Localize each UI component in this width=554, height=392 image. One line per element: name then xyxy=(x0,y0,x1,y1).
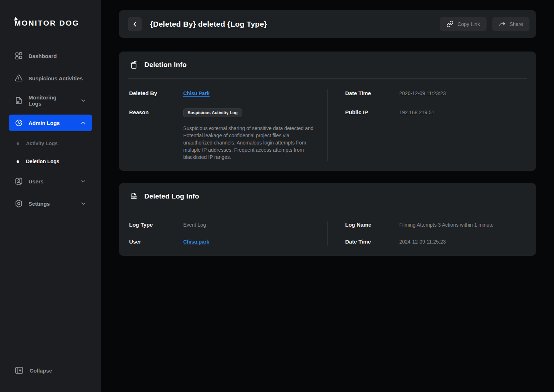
sidebar-subitem-label: Activity Logs xyxy=(26,141,58,146)
page-header: {Deleted By} deleted {Log Type} Copy Lin… xyxy=(119,10,536,38)
deleted-log-info-card: Deleted Log Info Log Type Event Log User… xyxy=(119,183,536,256)
chevron-down-icon xyxy=(80,200,87,207)
log-name-value: Filming Attempts 3 Actions within 1 minu… xyxy=(399,221,493,229)
sidebar-item-suspicious-activities[interactable]: Suspicious Activities xyxy=(9,70,92,86)
bullet-dot-icon xyxy=(17,160,19,163)
sidebar-item-users[interactable]: Users xyxy=(9,173,92,190)
reason-description: Suspicious external sharing of sensitive… xyxy=(183,125,315,161)
link-icon xyxy=(447,21,453,27)
field-date-time: Date Time 2026-12-09 11:23:23 xyxy=(345,89,526,97)
sidebar-item-monitoring-logs[interactable]: Monitoring Logs xyxy=(9,92,92,109)
shredder-icon xyxy=(129,192,138,201)
field-label: Date Time xyxy=(345,238,399,246)
log-type-value: Event Log xyxy=(183,221,206,229)
deletion-info-body: Deleted By Chisu Park Reason Suspicious … xyxy=(128,79,527,171)
brand-logo: MONITOR DOG xyxy=(14,19,101,27)
field-public-ip: Public IP 192.168.219.51 xyxy=(345,108,526,116)
main-content: {Deleted By} deleted {Log Type} Copy Lin… xyxy=(101,0,554,392)
deleted-by-user-link[interactable]: Chisu Park xyxy=(183,89,210,97)
share-label: Share xyxy=(510,21,523,27)
sidebar-item-label: Monitoring Logs xyxy=(28,94,69,107)
sidebar-item-label: Settings xyxy=(28,201,50,207)
field-log-type: Log Type Event Log xyxy=(129,221,326,229)
brand-logo-text: MONITOR DOG xyxy=(14,19,79,27)
share-button[interactable]: Share xyxy=(492,17,529,31)
card-title: Deletion Info xyxy=(144,61,187,69)
document-icon xyxy=(14,96,23,105)
field-label: Reason xyxy=(129,108,183,116)
card-title: Deleted Log Info xyxy=(144,192,199,200)
deleted-log-info-header: Deleted Log Info xyxy=(128,183,527,210)
sidebar-subitem-label: Deletion Logs xyxy=(26,159,60,164)
page-title: {Deleted By} deleted {Log Type} xyxy=(150,20,267,28)
chevron-left-icon xyxy=(131,20,139,28)
sidebar-item-activity-logs[interactable]: Activity Logs xyxy=(9,137,92,150)
app-window: MONITOR DOG Dashboard Suspicious Activit… xyxy=(0,0,554,392)
field-reason: Reason Suspicious Activitiy Log Suspicio… xyxy=(129,108,326,161)
public-ip-value: 192.168.219.51 xyxy=(399,108,434,116)
deleted-log-info-body: Log Type Event Log User Chisu.park Log N… xyxy=(128,210,527,256)
field-deleted-by: Deleted By Chisu Park xyxy=(129,89,326,97)
field-label: Deleted By xyxy=(129,89,183,97)
field-label: Log Name xyxy=(345,221,399,229)
log-date-time-value: 2024-12-09 11:25:23 xyxy=(399,238,446,246)
field-label: Log Type xyxy=(129,221,183,229)
field-log-date-time: Date Time 2024-12-09 11:25:23 xyxy=(345,238,526,246)
collapse-panel-icon xyxy=(14,366,24,375)
chevron-down-icon xyxy=(80,178,87,184)
trash-icon xyxy=(129,60,138,70)
back-button[interactable] xyxy=(128,17,142,31)
sidebar-item-dashboard[interactable]: Dashboard xyxy=(9,48,92,64)
sidebar-item-label: Admin Logs xyxy=(28,120,60,126)
share-icon xyxy=(499,21,506,27)
sidebar: MONITOR DOG Dashboard Suspicious Activit… xyxy=(0,0,101,392)
field-label: User xyxy=(129,238,183,246)
field-user: User Chisu.park xyxy=(129,238,326,246)
copy-link-label: Copy Link xyxy=(457,21,480,27)
field-label: Public IP xyxy=(345,108,399,116)
header-actions: Copy Link Share xyxy=(440,17,529,31)
sidebar-item-settings[interactable]: Settings xyxy=(9,195,92,212)
reason-badge: Suspicious Activitiy Log xyxy=(183,108,242,117)
sidebar-item-admin-logs[interactable]: Admin Logs xyxy=(9,115,92,131)
deletion-info-header: Deletion Info xyxy=(128,52,527,78)
sidebar-nav: Dashboard Suspicious Activities Monitori… xyxy=(0,48,101,363)
sidebar-item-label: Users xyxy=(28,178,44,184)
field-label: Date Time xyxy=(345,89,399,97)
chevron-down-icon xyxy=(80,97,87,104)
log-user-link[interactable]: Chisu.park xyxy=(183,238,209,246)
alert-triangle-icon xyxy=(14,74,23,83)
dashboard-icon xyxy=(14,52,23,60)
user-icon xyxy=(14,177,23,186)
field-log-name: Log Name Filming Attempts 3 Actions with… xyxy=(345,221,526,229)
sidebar-item-deletion-logs[interactable]: Deletion Logs xyxy=(9,155,92,168)
copy-link-button[interactable]: Copy Link xyxy=(440,17,486,31)
chevron-up-icon xyxy=(80,120,87,126)
admin-logs-submenu: Activity Logs Deletion Logs xyxy=(0,137,101,168)
collapse-label: Collapse xyxy=(30,368,52,374)
deletion-info-card: Deletion Info Deleted By Chisu Park Reas… xyxy=(119,52,536,171)
sidebar-item-label: Suspicious Activities xyxy=(28,75,83,81)
history-clock-icon xyxy=(14,119,23,127)
bullet-dot-icon xyxy=(17,142,19,145)
collapse-sidebar-button[interactable]: Collapse xyxy=(9,363,92,378)
sidebar-item-label: Dashboard xyxy=(28,53,57,59)
settings-icon xyxy=(14,199,23,208)
date-time-value: 2026-12-09 11:23:23 xyxy=(399,89,446,97)
